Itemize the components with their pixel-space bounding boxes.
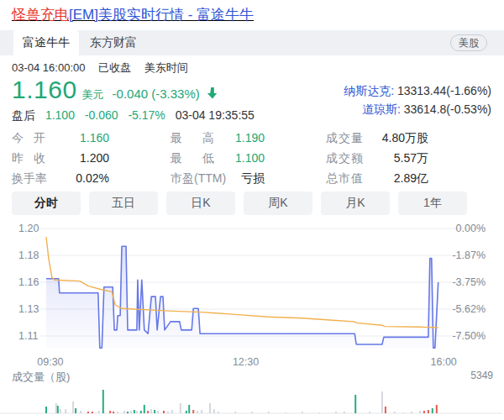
stat-value: 亏损 bbox=[202, 168, 265, 188]
period-tab-日K[interactable]: 日K bbox=[166, 192, 235, 215]
page-title-link[interactable]: 怪兽充电[EM]美股实时行情 - 富途牛牛 bbox=[12, 5, 254, 24]
tab-futu-niuniu[interactable]: 富途牛牛 bbox=[13, 30, 79, 55]
svg-text:1.18: 1.18 bbox=[18, 249, 39, 261]
svg-text:-5.62%: -5.62% bbox=[452, 303, 486, 315]
down-arrow-icon bbox=[207, 87, 218, 103]
stat-value: 1.200 bbox=[50, 148, 109, 168]
svg-text:-7.50%: -7.50% bbox=[452, 330, 486, 342]
stats-table: 今开1.160最高1.190成交量4.80万股昨收1.200最低1.100成交额… bbox=[0, 128, 504, 188]
price-row: 1.160 美元 -0.040 (-3.33%) bbox=[12, 76, 218, 104]
index-name: 道琼斯: bbox=[362, 102, 401, 116]
stock-name: 怪兽充电 bbox=[12, 7, 69, 23]
quote-datetime: 03-04 16:00:00 bbox=[12, 61, 85, 74]
period-tab-月K[interactable]: 月K bbox=[321, 192, 390, 215]
period-tab-五日[interactable]: 五日 bbox=[89, 192, 158, 215]
currency-label: 美元 bbox=[82, 87, 104, 102]
index-value: 13313.44(-1.66%) bbox=[397, 84, 491, 97]
market-state: 已收盘 bbox=[98, 61, 131, 74]
stat-value: 2.89亿 bbox=[353, 168, 428, 188]
stat-value: 4.80万股 bbox=[353, 128, 428, 148]
stat-label: 换手率 bbox=[12, 168, 45, 188]
stat-value: 1.100 bbox=[202, 148, 265, 168]
index-dow[interactable]: 道琼斯: 33614.8(-0.53%) bbox=[344, 100, 491, 118]
x-tick-09:30: 09:30 bbox=[37, 356, 63, 368]
period-tab-周K[interactable]: 周K bbox=[244, 192, 312, 215]
tab-label: 富途牛牛 bbox=[23, 35, 70, 50]
svg-text:0.00%: 0.00% bbox=[456, 223, 486, 234]
index-nasdaq[interactable]: 纳斯达克: 13313.44(-1.66%) bbox=[344, 81, 491, 100]
svg-text:1.13: 1.13 bbox=[18, 303, 39, 315]
svg-text:-3.75%: -3.75% bbox=[452, 276, 486, 288]
source-tabbar: 富途牛牛 东方财富 美股 bbox=[0, 30, 504, 55]
chart-period-tabs: 分时五日日K周K月K1年 bbox=[12, 192, 467, 215]
index-value: 33614.8(-0.53%) bbox=[404, 102, 491, 116]
price-change: -0.040 (-3.33%) bbox=[113, 87, 200, 101]
quote-status-row: 03-04 16:00:00 已收盘 美东时间 bbox=[12, 60, 198, 76]
volume-max-value: 5349 bbox=[470, 370, 493, 381]
after-hours-row: 盘后 1.100 -0.060 -5.17% 03-04 19:35:55 bbox=[12, 108, 255, 123]
intraday-chart[interactable]: 1.200.00%1.18-1.87%1.16-3.75%1.13-5.62%1… bbox=[0, 220, 504, 353]
volume-label: 成交量（股) bbox=[12, 370, 70, 385]
stat-label: 昨收 bbox=[12, 148, 45, 168]
timezone: 美东时间 bbox=[144, 61, 188, 74]
last-price: 1.160 bbox=[12, 76, 77, 104]
period-tab-1年[interactable]: 1年 bbox=[398, 192, 467, 215]
x-tick-16:00: 16:00 bbox=[431, 356, 457, 368]
period-tab-分时[interactable]: 分时 bbox=[12, 192, 81, 215]
stat-value: 0.02% bbox=[50, 168, 109, 188]
ah-price: 1.100 bbox=[45, 108, 75, 122]
tab-label: 东方财富 bbox=[90, 35, 137, 50]
svg-text:1.16: 1.16 bbox=[18, 276, 39, 288]
index-name: 纳斯达克: bbox=[344, 84, 394, 97]
ah-change: -0.060 bbox=[85, 108, 118, 122]
x-tick-12:30: 12:30 bbox=[233, 356, 259, 368]
ah-time: 03-04 19:35:55 bbox=[176, 108, 255, 122]
tab-eastmoney[interactable]: 东方财富 bbox=[82, 30, 144, 55]
svg-text:-1.87%: -1.87% bbox=[452, 249, 486, 261]
title-rest: [EM]美股实时行情 - 富途牛牛 bbox=[69, 7, 254, 23]
volume-chart[interactable] bbox=[0, 385, 504, 420]
stock-quote-page: 怪兽充电[EM]美股实时行情 - 富途牛牛 富途牛牛 东方财富 美股 03-04… bbox=[0, 0, 504, 420]
stat-value: 1.190 bbox=[202, 128, 265, 148]
chart-x-axis: 09:3012:3016:00 bbox=[0, 356, 504, 368]
after-hours-label: 盘后 bbox=[12, 108, 35, 122]
stat-value: 1.160 bbox=[50, 128, 109, 148]
svg-text:1.20: 1.20 bbox=[18, 223, 39, 234]
stat-value: 5.57万 bbox=[353, 148, 428, 168]
ah-pct: -5.17% bbox=[128, 108, 165, 122]
market-badge: 美股 bbox=[450, 34, 487, 51]
stat-label: 今开 bbox=[12, 128, 45, 148]
svg-text:1.11: 1.11 bbox=[18, 330, 38, 342]
market-indices: 纳斯达克: 13313.44(-1.66%) 道琼斯: 33614.8(-0.5… bbox=[344, 81, 491, 118]
